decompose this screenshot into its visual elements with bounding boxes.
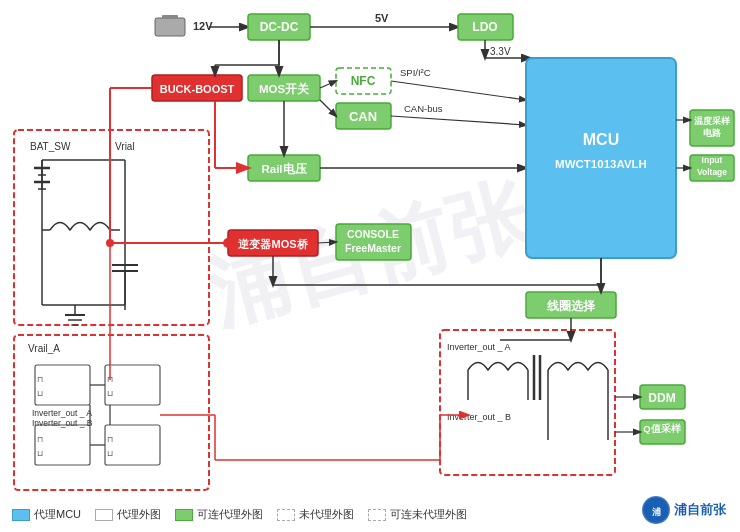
legend-item-mcu: 代理MCU	[12, 507, 81, 522]
svg-text:CAN-bus: CAN-bus	[404, 103, 443, 114]
svg-rect-24	[35, 365, 90, 405]
svg-text:Rail电压: Rail电压	[261, 162, 307, 175]
svg-text:DC-DC: DC-DC	[260, 20, 299, 34]
svg-text:Q值采样: Q值采样	[643, 423, 681, 434]
legend-label-conn-unproxy: 可连未代理外图	[390, 507, 467, 522]
legend-color-conn-unproxy	[368, 509, 386, 521]
svg-text:⊔: ⊔	[37, 389, 43, 398]
svg-text:FreeMaster: FreeMaster	[345, 242, 401, 254]
svg-rect-27	[105, 365, 160, 405]
svg-text:5V: 5V	[375, 12, 389, 24]
svg-text:MOS开关: MOS开关	[259, 82, 310, 95]
legend-item-conn-unproxy: 可连未代理外图	[368, 507, 467, 522]
svg-text:温度采样: 温度采样	[694, 115, 731, 126]
svg-line-70	[391, 81, 526, 100]
svg-text:Input: Input	[702, 155, 723, 165]
bat-sw-label: BAT_SW	[30, 141, 71, 152]
svg-text:LDO: LDO	[472, 20, 497, 34]
svg-text:SPI/I²C: SPI/I²C	[400, 67, 431, 78]
svg-text:⊓: ⊓	[107, 435, 113, 444]
svg-text:12V: 12V	[193, 20, 213, 32]
svg-text:DDM: DDM	[648, 391, 675, 405]
legend-item-unproxy: 未代理外图	[277, 507, 354, 522]
vrial-label: Vrial	[115, 141, 135, 152]
svg-text:⊔: ⊔	[107, 389, 113, 398]
legend-color-proxy	[95, 509, 113, 521]
logo-text: 浦自前张	[674, 501, 726, 519]
svg-rect-30	[35, 425, 90, 465]
svg-text:Vrail_A: Vrail_A	[28, 343, 60, 354]
logo: 浦 浦自前张	[642, 496, 726, 524]
svg-text:BUCK-BOOST: BUCK-BOOST	[160, 83, 235, 95]
svg-text:⊔: ⊔	[37, 449, 43, 458]
diagram-svg: BAT_SW Vrial Vrail_A	[0, 0, 740, 532]
svg-rect-43	[162, 15, 178, 19]
svg-text:Inverter_out _ A: Inverter_out _ A	[447, 342, 511, 352]
svg-rect-33	[105, 425, 160, 465]
svg-text:Inverter_out _ B: Inverter_out _ B	[32, 418, 93, 428]
svg-text:MWCT1013AVLH: MWCT1013AVLH	[555, 158, 647, 170]
svg-text:Inverter_out _ A: Inverter_out _ A	[32, 408, 92, 418]
svg-text:MCU: MCU	[583, 131, 619, 148]
svg-text:3.3V: 3.3V	[490, 46, 511, 57]
svg-line-65	[320, 81, 336, 88]
svg-text:CONSOLE: CONSOLE	[347, 228, 399, 240]
svg-text:浦: 浦	[652, 507, 661, 517]
svg-line-99	[318, 242, 336, 243]
legend-color-mcu	[12, 509, 30, 521]
legend-color-unproxy	[277, 509, 295, 521]
svg-text:Voltage: Voltage	[697, 167, 727, 177]
legend-color-connectable	[175, 509, 193, 521]
svg-text:Inverter_out _ B: Inverter_out _ B	[447, 412, 511, 422]
svg-text:NFC: NFC	[351, 74, 376, 88]
svg-line-68	[320, 100, 336, 116]
legend-label-connectable: 可连代理外图	[197, 507, 263, 522]
legend-label-mcu: 代理MCU	[34, 507, 81, 522]
legend-label-unproxy: 未代理外图	[299, 507, 354, 522]
legend-label-proxy: 代理外图	[117, 507, 161, 522]
legend: 代理MCU 代理外图 可连代理外图 未代理外图 可连未代理外图	[12, 507, 467, 522]
svg-text:CAN: CAN	[349, 109, 377, 124]
svg-text:⊔: ⊔	[107, 449, 113, 458]
svg-text:电路: 电路	[703, 128, 722, 138]
svg-text:逆变器MOS桥: 逆变器MOS桥	[238, 238, 308, 250]
legend-item-connectable: 可连代理外图	[175, 507, 263, 522]
svg-text:线圈选择: 线圈选择	[546, 299, 596, 312]
svg-text:⊓: ⊓	[37, 435, 43, 444]
svg-rect-42	[155, 18, 185, 36]
svg-line-72	[391, 116, 526, 125]
svg-text:⊓: ⊓	[37, 375, 43, 384]
logo-icon: 浦	[642, 496, 670, 524]
diagram-container: 浦自前张 BAT_SW Vrial	[0, 0, 740, 532]
legend-item-proxy: 代理外图	[95, 507, 161, 522]
